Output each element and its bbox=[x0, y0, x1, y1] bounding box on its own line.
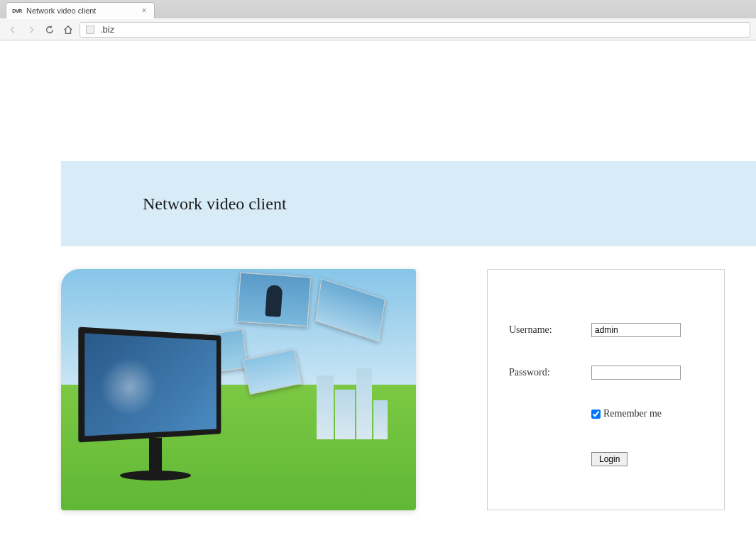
home-button[interactable] bbox=[61, 23, 75, 37]
password-row: Password: bbox=[509, 366, 703, 380]
reload-button[interactable] bbox=[43, 23, 57, 37]
page-icon bbox=[86, 26, 94, 34]
browser-toolbar: .biz bbox=[0, 18, 756, 40]
login-button[interactable]: Login bbox=[591, 452, 628, 466]
remember-label: Remember me bbox=[603, 408, 662, 419]
forward-button[interactable] bbox=[24, 23, 38, 37]
url-text: .biz bbox=[100, 24, 114, 35]
back-button[interactable] bbox=[6, 23, 20, 37]
browser-tab[interactable]: DVR Network video client × bbox=[6, 2, 155, 18]
decorative-photo bbox=[243, 349, 302, 395]
banner: Network video client bbox=[61, 161, 756, 246]
remember-checkbox[interactable] bbox=[591, 410, 601, 419]
password-input[interactable] bbox=[591, 366, 681, 380]
hero-image bbox=[61, 269, 416, 510]
browser-chrome: DVR Network video client × .biz bbox=[0, 0, 756, 40]
decorative-photo bbox=[237, 273, 312, 327]
decorative-buildings bbox=[317, 361, 402, 439]
decorative-monitor bbox=[81, 331, 230, 502]
decorative-photo bbox=[315, 278, 385, 342]
password-label: Password: bbox=[509, 367, 591, 378]
tab-favicon: DVR bbox=[12, 7, 22, 14]
page-content: Network video client Username: Password bbox=[0, 40, 756, 510]
username-input[interactable] bbox=[591, 323, 681, 337]
tab-bar: DVR Network video client × bbox=[0, 0, 756, 18]
page-title: Network video client bbox=[143, 194, 287, 214]
tab-title: Network video client bbox=[26, 6, 140, 15]
main-row: Username: Password: Remember me Login bbox=[61, 269, 756, 510]
remember-row: Remember me bbox=[591, 408, 703, 419]
username-row: Username: bbox=[509, 323, 703, 337]
close-icon[interactable]: × bbox=[140, 6, 148, 15]
login-panel: Username: Password: Remember me Login bbox=[487, 269, 725, 510]
url-bar[interactable]: .biz bbox=[80, 22, 750, 38]
username-label: Username: bbox=[509, 324, 591, 336]
